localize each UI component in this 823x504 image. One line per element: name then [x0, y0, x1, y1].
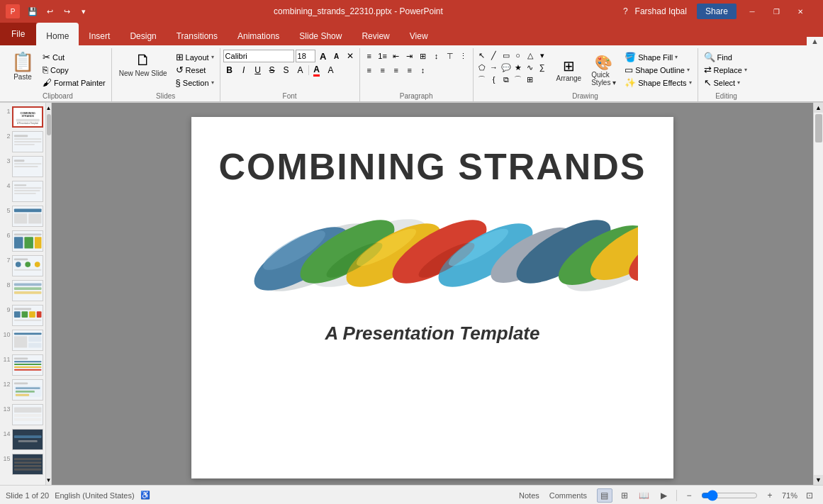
align-right-button[interactable]: ≡: [390, 64, 403, 77]
slide-thumbnail-15[interactable]: 15: [1, 453, 44, 476]
slide-thumbnail-10[interactable]: 10: [1, 329, 44, 352]
share-button[interactable]: Share: [697, 4, 737, 19]
tab-view[interactable]: View: [400, 23, 438, 45]
right-scrollbar[interactable]: ▲ ▼: [813, 103, 823, 485]
tab-insert[interactable]: Insert: [79, 23, 120, 45]
slide-thumbnail-1[interactable]: 1 COMBINING STRANDS A Presentation Templ…: [1, 106, 44, 128]
zoom-out-button[interactable]: −: [681, 488, 697, 503]
slide-canvas[interactable]: COMBINING STRANDS: [191, 117, 673, 478]
slide-subtitle[interactable]: A Presentation Template: [325, 323, 540, 345]
bullets-button[interactable]: ≡: [363, 50, 376, 62]
tab-slideshow[interactable]: Slide Show: [289, 23, 352, 45]
notes-button[interactable]: Notes: [515, 491, 544, 500]
undo-icon[interactable]: ↩: [43, 4, 57, 18]
copy-button[interactable]: ⎘ Copy: [40, 64, 108, 76]
tab-home[interactable]: Home: [36, 23, 79, 45]
brace-button[interactable]: {: [488, 74, 500, 85]
slide-thumbnail-8[interactable]: 8: [1, 279, 44, 302]
font-name-input[interactable]: [223, 50, 294, 62]
strikethrough-button[interactable]: S: [266, 64, 279, 77]
font-color-button[interactable]: A: [310, 64, 323, 77]
rect-shape-button[interactable]: ▭: [500, 50, 512, 61]
char-spacing-button[interactable]: A: [294, 64, 307, 77]
close-button[interactable]: ✕: [789, 4, 812, 18]
slide-thumbnail-5[interactable]: 5: [1, 205, 44, 228]
ribbon-button[interactable]: ⌒: [513, 74, 524, 85]
slide-sorter-button[interactable]: ⊞: [617, 488, 632, 503]
arrow-button[interactable]: →: [488, 62, 500, 73]
zoom-in-button[interactable]: +: [762, 488, 778, 503]
flowchart-button[interactable]: ⧉: [500, 74, 512, 85]
new-slide-button[interactable]: 🗋 New New Slide: [115, 50, 172, 79]
pentagon-button[interactable]: ⬠: [476, 62, 488, 73]
minimize-button[interactable]: ─: [741, 4, 763, 18]
triangle-shape-button[interactable]: △: [525, 50, 536, 61]
decrease-indent-button[interactable]: ⇤: [390, 50, 403, 62]
arc-button[interactable]: ⌒: [476, 74, 488, 85]
font-size-input[interactable]: [296, 50, 315, 62]
slide-thumbnail-6[interactable]: 6: [1, 230, 44, 252]
align-text-button[interactable]: ⊤: [444, 50, 457, 62]
shapes-more-button[interactable]: ▾: [537, 50, 548, 61]
save-icon[interactable]: 💾: [26, 4, 40, 18]
slide-thumbnail-13[interactable]: 13: [1, 403, 44, 426]
customize-icon[interactable]: ▾: [77, 4, 91, 18]
justify-button[interactable]: ≡: [403, 64, 416, 77]
help-icon[interactable]: ?: [623, 6, 628, 16]
select-shape-button[interactable]: ↖: [476, 50, 488, 61]
slide-thumbnail-11[interactable]: 11: [1, 354, 44, 376]
slide-thumbnail-7[interactable]: 7: [1, 254, 44, 277]
format-painter-button[interactable]: 🖌 Format Painter: [40, 77, 108, 89]
cut-button[interactable]: ✂ Cut: [40, 51, 108, 63]
redo-icon[interactable]: ↪: [60, 4, 74, 18]
shape-fill-button[interactable]: 🪣 Shape Fill ▾: [622, 51, 694, 63]
tab-animations[interactable]: Animations: [228, 23, 289, 45]
star-button[interactable]: ★: [513, 62, 524, 73]
circle-shape-button[interactable]: ○: [513, 50, 524, 61]
smartart-button[interactable]: ⋮: [457, 50, 470, 62]
scroll-up-arrow[interactable]: ▲: [814, 103, 823, 113]
collapse-ribbon-button[interactable]: ▲: [807, 37, 823, 45]
columns-button[interactable]: ⊞: [417, 50, 430, 62]
increase-indent-button[interactable]: ⇥: [403, 50, 416, 62]
arrange-button[interactable]: ⊞ Arrange: [552, 56, 586, 84]
normal-view-button[interactable]: ▤: [597, 488, 612, 503]
replace-button[interactable]: ⇄ Replace ▾: [701, 64, 750, 76]
find-button[interactable]: 🔍 Find: [701, 51, 750, 63]
tab-file[interactable]: File: [0, 23, 36, 45]
restore-button[interactable]: ❐: [765, 4, 788, 18]
align-left-button[interactable]: ≡: [363, 64, 376, 77]
numbering-button[interactable]: 1≡: [376, 50, 389, 62]
slide-panel-scrollbar[interactable]: ▲ ▼: [46, 103, 52, 485]
slide-title[interactable]: COMBINING STRANDS: [218, 145, 646, 188]
connector-button[interactable]: ∿: [525, 62, 536, 73]
slide-thumbnail-3[interactable]: 3: [1, 155, 44, 178]
tab-review[interactable]: Review: [352, 23, 399, 45]
slide-thumbnail-14[interactable]: 14: [1, 428, 44, 451]
reset-button[interactable]: ↺ Reset: [173, 64, 217, 76]
slide-thumbnail-9[interactable]: 9: [1, 304, 44, 327]
tab-design[interactable]: Design: [120, 23, 166, 45]
equation-button[interactable]: ∑: [537, 62, 548, 73]
callout-button[interactable]: 💬: [500, 62, 512, 73]
more-shapes-button[interactable]: ⊞: [525, 74, 536, 85]
layout-button[interactable]: ⊞ Layout ▾: [173, 51, 217, 63]
clear-format-button[interactable]: ✕: [344, 50, 357, 62]
bold-button[interactable]: B: [223, 64, 236, 77]
increase-font-button[interactable]: A: [317, 50, 330, 62]
decrease-font-button[interactable]: A: [330, 50, 343, 62]
text-direction-button[interactable]: ↕: [430, 50, 443, 62]
align-center-button[interactable]: ≡: [376, 64, 389, 77]
slide-show-button[interactable]: ▶: [656, 488, 672, 503]
comments-button[interactable]: Comments: [545, 491, 591, 500]
slide-thumbnail-4[interactable]: 4: [1, 180, 44, 203]
shape-effects-button[interactable]: ✨ Shape Effects ▾: [622, 77, 694, 89]
scroll-down-arrow[interactable]: ▼: [814, 475, 823, 485]
reading-view-button[interactable]: 📖: [637, 488, 652, 503]
section-button[interactable]: § Section ▾: [173, 77, 217, 89]
fit-window-button[interactable]: ⊡: [802, 488, 817, 503]
scroll-up-button[interactable]: ▲: [46, 103, 51, 113]
underline-button[interactable]: U: [252, 64, 264, 77]
slide-thumbnail-12[interactable]: 12: [1, 379, 44, 401]
font-highlight-button[interactable]: A: [325, 64, 337, 77]
